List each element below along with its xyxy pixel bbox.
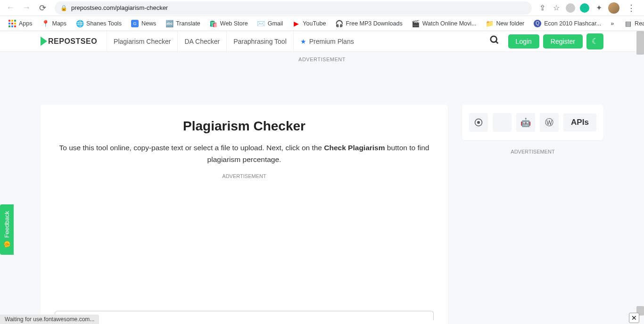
ad-label-side: ADVERTISEMENT <box>462 149 603 154</box>
search-icon[interactable] <box>485 35 504 48</box>
headphones-icon: 🎧 <box>335 20 343 27</box>
login-button[interactable]: Login <box>508 34 539 49</box>
bookmark-label: Econ 2010 Flashcar... <box>544 20 601 27</box>
bookmark-label: Shanes Tools <box>86 20 122 27</box>
bookmark-new-folder[interactable]: 📁New folder <box>482 18 528 29</box>
apps-icon <box>8 20 16 27</box>
register-button[interactable]: Register <box>543 34 583 49</box>
dark-mode-toggle[interactable]: ☾ <box>586 33 603 49</box>
news-icon: G <box>131 20 139 27</box>
bookmark-mp3[interactable]: 🎧Free MP3 Downloads <box>331 18 406 29</box>
main-card: Plagiarism Checker To use this tool onli… <box>41 105 448 324</box>
bookmark-econ[interactable]: QEcon 2010 Flashcar... <box>530 18 605 29</box>
status-bar: Waiting for use.fontawesome.com... <box>0 315 99 324</box>
bookmarks-overflow[interactable]: » <box>607 18 618 29</box>
logo-icon <box>41 37 47 46</box>
reload-button[interactable]: ⟳ <box>36 1 49 15</box>
folder-icon: 📁 <box>486 20 494 27</box>
toolbar-right: ⇪ ☆ ✦ ⋮ <box>537 2 640 14</box>
sidebar: 🤖 Ⓦ APIs ADVERTISEMENT <box>462 105 603 324</box>
bookmark-label: Apps <box>19 20 33 27</box>
svg-point-0 <box>490 36 496 42</box>
translate-icon: 🔤 <box>165 20 173 27</box>
bookmark-label: Watch Online Movi... <box>422 20 477 27</box>
extensions-icon[interactable]: ✦ <box>594 3 603 13</box>
ad-label-top: ADVERTISEMENT <box>0 52 644 67</box>
bookmark-label: YouTube <box>303 20 326 27</box>
content-wrap: Plagiarism Checker To use this tool onli… <box>0 105 644 324</box>
svg-line-1 <box>495 41 498 43</box>
apple-icon[interactable] <box>493 113 512 132</box>
bookmark-label: Maps <box>52 20 67 27</box>
grammarly-icon[interactable] <box>580 3 589 13</box>
forward-button[interactable]: → <box>20 1 33 15</box>
bookmark-movies[interactable]: 🎬Watch Online Movi... <box>408 18 480 29</box>
quizlet-icon: Q <box>534 20 541 27</box>
webstore-icon: 🛍️ <box>210 20 217 27</box>
lock-icon: 🔒 <box>60 5 67 11</box>
maps-icon: 📍 <box>42 20 50 27</box>
apis-button[interactable]: APIs <box>563 113 596 131</box>
nav-premium-plans[interactable]: ★Premium Plans <box>293 31 361 52</box>
nav-da-checker[interactable]: DA Checker <box>177 31 226 52</box>
bookmark-gmail[interactable]: ✉️Gmail <box>254 18 287 29</box>
bookmark-label: Web Store <box>220 20 248 27</box>
globe-icon: 🌐 <box>76 20 83 27</box>
bookmark-label: News <box>141 20 156 27</box>
gmail-icon: ✉️ <box>257 20 265 27</box>
site-nav: REPOSTSEO Plagiarism Checker DA Checker … <box>0 31 644 52</box>
feedback-icon: ✊ <box>3 241 10 248</box>
android-icon[interactable]: 🤖 <box>516 113 535 132</box>
extension-1-icon[interactable] <box>566 3 575 13</box>
feedback-label: Feedback <box>3 211 10 238</box>
page-title: Plagiarism Checker <box>50 119 438 134</box>
bookmark-label: Gmail <box>268 20 283 27</box>
nav-paraphrasing-tool[interactable]: Paraphrasing Tool <box>226 31 293 52</box>
chrome-menu-icon[interactable]: ⋮ <box>624 3 638 13</box>
share-icon[interactable]: ⇪ <box>537 3 547 13</box>
bookmark-news[interactable]: GNews <box>127 18 160 29</box>
reading-list-icon: ▤ <box>624 20 632 27</box>
bookmark-label: New folder <box>496 20 525 27</box>
feedback-tab[interactable]: ✊ Feedback <box>0 204 14 255</box>
scrollbar[interactable] <box>636 31 644 55</box>
bookmarks-bar: Apps 📍Maps 🌐Shanes Tools GNews 🔤Translat… <box>0 16 644 31</box>
site-links: Plagiarism Checker DA Checker Paraphrasi… <box>107 31 361 52</box>
movie-icon: 🎬 <box>412 20 420 27</box>
svg-point-3 <box>477 121 480 124</box>
platforms-card: 🤖 Ⓦ APIs <box>462 105 603 140</box>
close-ad-button[interactable]: ✕ <box>629 313 639 323</box>
wordpress-icon[interactable]: Ⓦ <box>540 113 559 132</box>
bookmark-web-store[interactable]: 🛍️Web Store <box>206 18 252 29</box>
chrome-icon[interactable] <box>469 113 488 132</box>
reading-list-label: Reading list <box>635 20 644 27</box>
reading-list[interactable]: ▤Reading list <box>620 18 644 29</box>
text-input-area[interactable] <box>55 311 434 320</box>
bookmark-label: Translate <box>176 20 200 27</box>
site-logo[interactable]: REPOSTSEO <box>41 37 97 46</box>
star-icon: ★ <box>300 38 306 45</box>
bookmark-youtube[interactable]: ▶YouTube <box>289 18 330 29</box>
bookmark-label: Free MP3 Downloads <box>346 20 402 27</box>
youtube-icon: ▶ <box>292 20 300 27</box>
logo-text: REPOSTSEO <box>48 37 97 46</box>
star-icon[interactable]: ☆ <box>552 3 561 13</box>
url-text: prepostseo.com/plagiarism-checker <box>71 4 168 11</box>
address-bar[interactable]: 🔒 prepostseo.com/plagiarism-checker <box>55 1 532 15</box>
bookmark-translate[interactable]: 🔤Translate <box>162 18 204 29</box>
browser-toolbar: ← → ⟳ 🔒 prepostseo.com/plagiarism-checke… <box>0 0 644 16</box>
bookmark-shanes-tools[interactable]: 🌐Shanes Tools <box>72 18 125 29</box>
nav-plagiarism-checker[interactable]: Plagiarism Checker <box>107 31 177 52</box>
back-button[interactable]: ← <box>4 1 17 15</box>
moon-icon: ☾ <box>592 37 598 46</box>
bookmark-apps[interactable]: Apps <box>5 18 36 29</box>
profile-avatar[interactable] <box>608 2 619 14</box>
site-nav-right: Login Register ☾ <box>485 33 603 49</box>
ad-label-inner: ADVERTISEMENT <box>50 173 438 179</box>
page-body: REPOSTSEO Plagiarism Checker DA Checker … <box>0 31 644 324</box>
page-description: To use this tool online, copy-paste text… <box>50 142 438 166</box>
bookmark-maps[interactable]: 📍Maps <box>38 18 71 29</box>
